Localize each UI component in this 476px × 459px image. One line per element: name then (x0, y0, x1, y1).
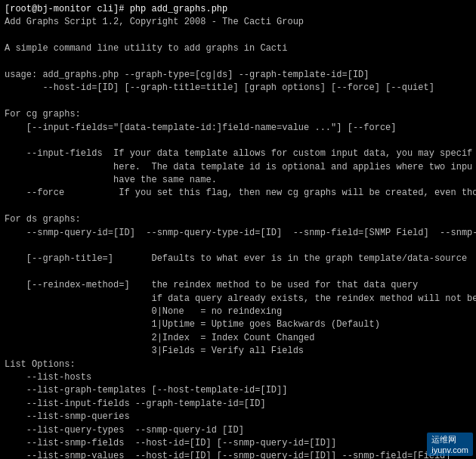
terminal-line: usage: add_graphs.php --graph-type=[cg|d… (5, 69, 471, 82)
terminal-window: [root@bj-monitor cli]# php add_graphs.ph… (0, 0, 476, 459)
terminal-line: --list-snmp-values --host-id=[ID] [--snm… (5, 450, 471, 459)
terminal-line: --list-graph-templates [--host-template-… (5, 384, 471, 397)
terminal-line (5, 200, 471, 213)
terminal-line: --force If you set this flag, then new c… (5, 187, 471, 200)
watermark-text: 运维网 (431, 435, 456, 444)
terminal-line: Add Graphs Script 1.2, Copyright 2008 - … (5, 16, 471, 29)
terminal-line: 2|Index = Index Count Changed (5, 332, 471, 345)
terminal-line (5, 95, 471, 108)
terminal-line: For cg graphs: (5, 108, 471, 121)
terminal-line: A simple command line utility to add gra… (5, 42, 471, 55)
terminal-line (5, 266, 471, 279)
terminal-line: --input-fields If your data template all… (5, 147, 471, 160)
terminal-line: For ds graphs: (5, 213, 471, 226)
terminal-line: [--input-fields="[data-template-id:]fiel… (5, 122, 471, 135)
terminal-line: --list-hosts (5, 371, 471, 384)
watermark: 运维网 iyunv.com (427, 433, 473, 456)
terminal-line: --list-snmp-queries (5, 411, 471, 423)
terminal-line: [root@bj-monitor cli]# php add_graphs.ph… (5, 3, 471, 16)
terminal-line: --list-snmp-fields --host-id=[ID] [--snm… (5, 437, 471, 450)
terminal-line (5, 29, 471, 42)
terminal-line: List Options: (5, 358, 471, 371)
terminal-line: [--reindex-method=] the reindex method t… (5, 279, 471, 292)
terminal-line: here. The data template id is optional a… (5, 161, 471, 174)
terminal-line: --host-id=[ID] [--graph-title=title] [gr… (5, 82, 471, 95)
terminal-line: 1|Uptime = Uptime goes Backwards (Defaul… (5, 318, 471, 331)
terminal-output: [root@bj-monitor cli]# php add_graphs.ph… (5, 3, 471, 459)
terminal-line (5, 240, 471, 253)
terminal-line: have the same name. (5, 174, 471, 187)
terminal-line: 3|Fields = Verify all Fields (5, 345, 471, 358)
terminal-line (5, 135, 471, 147)
terminal-line: --list-query-types --snmp-query-id [ID] (5, 424, 471, 437)
terminal-line: --list-input-fields --graph-template-id=… (5, 398, 471, 411)
terminal-line: [--graph-title=] Defaults to what ever i… (5, 253, 471, 265)
terminal-line: 0|None = no reindexing (5, 305, 471, 318)
watermark-subtext: iyunv.com (431, 445, 468, 454)
terminal-line: --snmp-query-id=[ID] --snmp-query-type-i… (5, 227, 471, 240)
terminal-line (5, 56, 471, 69)
terminal-line: if data query already exists, the reinde… (5, 293, 471, 305)
